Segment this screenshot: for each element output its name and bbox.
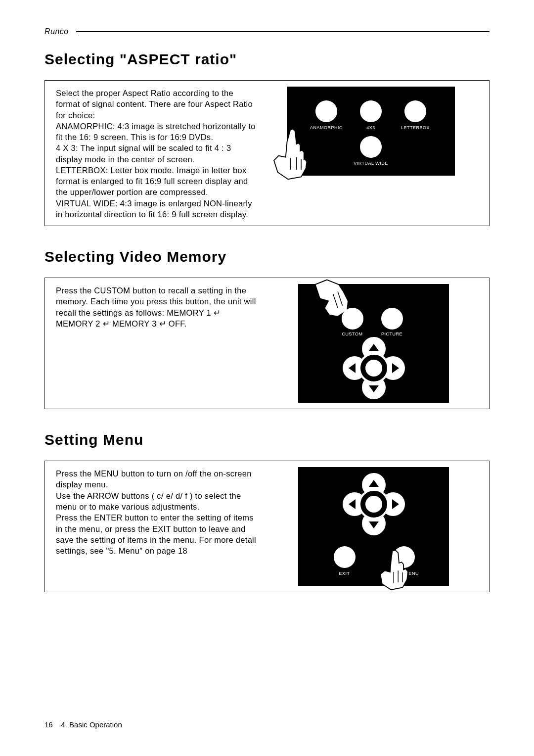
custom-label: CUSTOM (333, 331, 372, 336)
chapter-label: 4. Basic Operation (61, 720, 122, 729)
setting-menu-illustration: ENTER EXIT MENU (259, 467, 478, 586)
remote-menu-panel: ENTER EXIT MENU (298, 467, 449, 586)
section-box-video-memory: Press the CUSTOM button to recall a sett… (44, 278, 490, 409)
page-number: 16 (44, 720, 53, 729)
aspect-ratio-illustration: ANAMORPHIC 4X3 LETTERBOX VIRTUAL WIDE (259, 87, 478, 176)
aspect-ratio-text: Select the proper Aspect Ratio according… (56, 87, 259, 220)
letterbox-button-icon (404, 100, 426, 122)
setting-menu-text: Press the MENU button to turn on /off th… (56, 467, 259, 556)
virtualwide-label: VIRTUAL WIDE (351, 161, 391, 166)
exit-label: EXIT (325, 571, 364, 576)
section-title-aspect-ratio: Selecting "ASPECT ratio" (44, 51, 490, 68)
anamorphic-label: ANAMORPHIC (307, 125, 346, 130)
header-rule (76, 31, 490, 32)
video-memory-paragraph: Press the CUSTOM button to recall a sett… (56, 285, 259, 329)
remote-memory-panel: CUSTOM PICTURE ENTER (298, 284, 449, 403)
enter-label: ENTER (366, 366, 383, 371)
page-footer: 16 4. Basic Operation (44, 720, 122, 729)
picture-button-icon (381, 308, 403, 330)
pointing-hand-icon (265, 124, 312, 183)
section-title-setting-menu: Setting Menu (44, 431, 490, 448)
section-box-setting-menu: Press the MENU button to turn on /off th… (44, 461, 490, 592)
custom-button-icon (342, 308, 363, 330)
4x3-button-icon (360, 100, 382, 122)
pointing-hand-icon (372, 546, 417, 593)
setting-menu-paragraph: Press the MENU button to turn on /off th… (56, 468, 259, 556)
section-box-aspect-ratio: Select the proper Aspect Ratio according… (44, 80, 490, 226)
virtualwide-button-icon (360, 136, 382, 158)
brand-logo: Runco (44, 27, 69, 36)
4x3-label: 4X3 (351, 125, 391, 130)
page-header: Runco (44, 27, 490, 36)
exit-button-icon (334, 546, 356, 568)
video-memory-illustration: CUSTOM PICTURE ENTER (259, 284, 478, 403)
letterbox-label: LETTERBOX (396, 125, 435, 130)
aspect-ratio-paragraph: Select the proper Aspect Ratio according… (56, 88, 259, 220)
picture-label: PICTURE (372, 331, 412, 336)
remote-aspect-panel: ANAMORPHIC 4X3 LETTERBOX VIRTUAL WIDE (287, 87, 455, 176)
video-memory-text: Press the CUSTOM button to recall a sett… (56, 284, 259, 329)
enter-label: ENTER (366, 502, 383, 507)
anamorphic-button-icon (315, 100, 337, 122)
section-title-video-memory: Selecting Video Memory (44, 248, 490, 265)
